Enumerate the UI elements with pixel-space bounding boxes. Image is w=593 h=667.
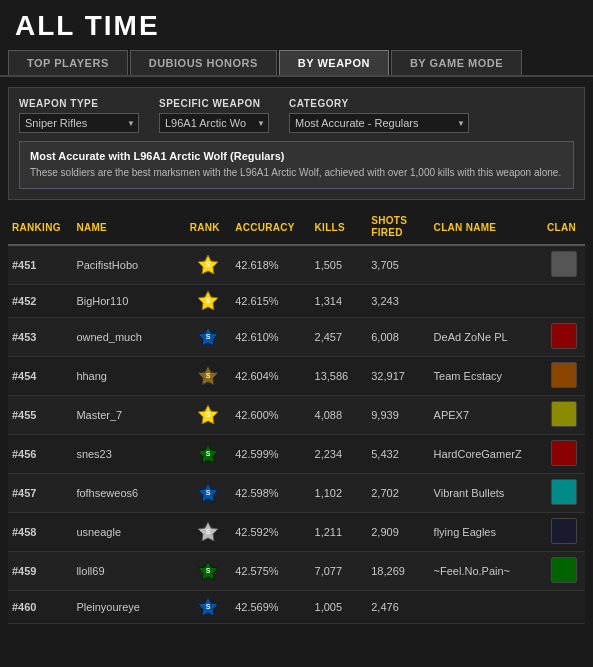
kills-cell: 1,005 (311, 591, 368, 624)
ranking-cell: #459 (8, 552, 72, 591)
clan-icon-cell (543, 591, 585, 624)
specific-weapon-select[interactable]: L96A1 Arctic Wo (159, 113, 269, 133)
clan-name-cell: Vibrant Bullets (430, 474, 543, 513)
name-cell[interactable]: owned_much (72, 318, 185, 357)
tab-dubious-honors[interactable]: DUBIOUS HONORS (130, 50, 277, 75)
ranking-cell: #455 (8, 396, 72, 435)
rank-badge-cell: S (186, 552, 231, 591)
clan-icon (551, 557, 577, 583)
accuracy-cell: 42.592% (231, 513, 310, 552)
table-row[interactable]: #451 PacifistHobo S 42.618% 1,505 3,705 (8, 245, 585, 285)
clan-icon-cell (543, 285, 585, 318)
table-row[interactable]: #455 Master_7 S 42.600% 4,088 9,939 APEX… (8, 396, 585, 435)
col-accuracy: ACCURACY (231, 210, 310, 245)
info-title: Most Accurate with L96A1 Arctic Wolf (Re… (30, 150, 563, 162)
rank-badge-icon: S (197, 521, 219, 541)
category-label: CATEGORY (289, 98, 469, 109)
tab-top-players[interactable]: TOP PLAYERS (8, 50, 128, 75)
weapon-type-select[interactable]: Sniper Rifles (19, 113, 139, 133)
clan-name-cell: HardCoreGamerZ (430, 435, 543, 474)
name-cell[interactable]: PacifistHobo (72, 245, 185, 285)
table-row[interactable]: #452 BigHor110 S 42.615% 1,314 3,243 (8, 285, 585, 318)
name-cell[interactable]: lloll69 (72, 552, 185, 591)
category-group: CATEGORY Most Accurate - Regulars (289, 98, 469, 133)
col-clan: CLAN (543, 210, 585, 245)
name-cell[interactable]: Pleinyoureye (72, 591, 185, 624)
ranking-cell: #457 (8, 474, 72, 513)
rank-badge-icon: S (197, 365, 219, 385)
clan-icon (551, 323, 577, 349)
accuracy-cell: 42.599% (231, 435, 310, 474)
clan-icon-cell (543, 513, 585, 552)
clan-icon-cell (543, 474, 585, 513)
rank-badge-cell: S (186, 318, 231, 357)
table-row[interactable]: #459 lloll69 S 42.575% 7,077 18,269 ~Fee… (8, 552, 585, 591)
tab-by-game-mode[interactable]: BY GAME MODE (391, 50, 522, 75)
table-row[interactable]: #460 Pleinyoureye S 42.569% 1,005 2,476 (8, 591, 585, 624)
accuracy-cell: 42.575% (231, 552, 310, 591)
clan-icon-cell (543, 357, 585, 396)
clan-icon-cell (543, 552, 585, 591)
name-cell[interactable]: Master_7 (72, 396, 185, 435)
rank-badge-cell: S (186, 474, 231, 513)
svg-text:S: S (206, 489, 211, 496)
shots-fired-cell: 3,705 (367, 245, 429, 285)
kills-cell: 1,211 (311, 513, 368, 552)
svg-text:S: S (206, 603, 211, 610)
svg-text:S: S (206, 261, 211, 268)
filters-section: WEAPON TYPE Sniper Rifles SPECIFIC WEAPO… (8, 87, 585, 200)
table-row[interactable]: #457 fofhseweos6 S 42.598% 1,102 2,702 V… (8, 474, 585, 513)
col-kills: KILLS (311, 210, 368, 245)
svg-text:S: S (206, 450, 211, 457)
ranking-cell: #460 (8, 591, 72, 624)
specific-weapon-group: SPECIFIC WEAPON L96A1 Arctic Wo (159, 98, 269, 133)
clan-icon (551, 362, 577, 388)
clan-name-cell: APEX7 (430, 396, 543, 435)
leaderboard-table: RANKING NAME RANK ACCURACY KILLS SHOTS F… (8, 210, 585, 624)
rank-badge-icon: S (197, 326, 219, 346)
rank-badge-icon: S (197, 443, 219, 463)
clan-icon (551, 440, 577, 466)
col-shots-fired: SHOTS FIRED (367, 210, 429, 245)
specific-weapon-label: SPECIFIC WEAPON (159, 98, 269, 109)
clan-icon-cell (543, 435, 585, 474)
kills-cell: 1,102 (311, 474, 368, 513)
rank-badge-cell: S (186, 591, 231, 624)
svg-text:S: S (206, 333, 211, 340)
table-row[interactable]: #458 usneagle S 42.592% 1,211 2,909 flyi… (8, 513, 585, 552)
rank-badge-cell: S (186, 285, 231, 318)
name-cell[interactable]: BigHor110 (72, 285, 185, 318)
svg-text:S: S (206, 567, 211, 574)
clan-icon-cell (543, 396, 585, 435)
svg-text:S: S (206, 411, 211, 418)
ranking-cell: #458 (8, 513, 72, 552)
rank-badge-cell: S (186, 513, 231, 552)
weapon-type-label: WEAPON TYPE (19, 98, 139, 109)
table-row[interactable]: #454 hhang S 42.604% 13,586 32,917 Team … (8, 357, 585, 396)
name-cell[interactable]: hhang (72, 357, 185, 396)
name-cell[interactable]: fofhseweos6 (72, 474, 185, 513)
info-description: These soldiers are the best marksmen wit… (30, 166, 563, 180)
table-row[interactable]: #453 owned_much S 42.610% 2,457 6,008 De… (8, 318, 585, 357)
ranking-cell: #451 (8, 245, 72, 285)
rank-badge-cell: S (186, 396, 231, 435)
svg-text:S: S (206, 372, 211, 379)
accuracy-cell: 42.598% (231, 474, 310, 513)
table-row[interactable]: #456 snes23 S 42.599% 2,234 5,432 HardCo… (8, 435, 585, 474)
clan-icon (551, 479, 577, 505)
shots-fired-cell: 9,939 (367, 396, 429, 435)
category-select[interactable]: Most Accurate - Regulars (289, 113, 469, 133)
kills-cell: 2,457 (311, 318, 368, 357)
name-cell[interactable]: usneagle (72, 513, 185, 552)
rank-badge-icon: S (197, 290, 219, 310)
name-cell[interactable]: snes23 (72, 435, 185, 474)
kills-cell: 7,077 (311, 552, 368, 591)
ranking-cell: #456 (8, 435, 72, 474)
rank-badge-cell: S (186, 357, 231, 396)
clan-name-cell (430, 245, 543, 285)
rank-badge-icon: S (197, 560, 219, 580)
tab-by-weapon[interactable]: BY WEAPON (279, 50, 389, 75)
accuracy-cell: 42.600% (231, 396, 310, 435)
col-clan-name: CLAN NAME (430, 210, 543, 245)
kills-cell: 2,234 (311, 435, 368, 474)
